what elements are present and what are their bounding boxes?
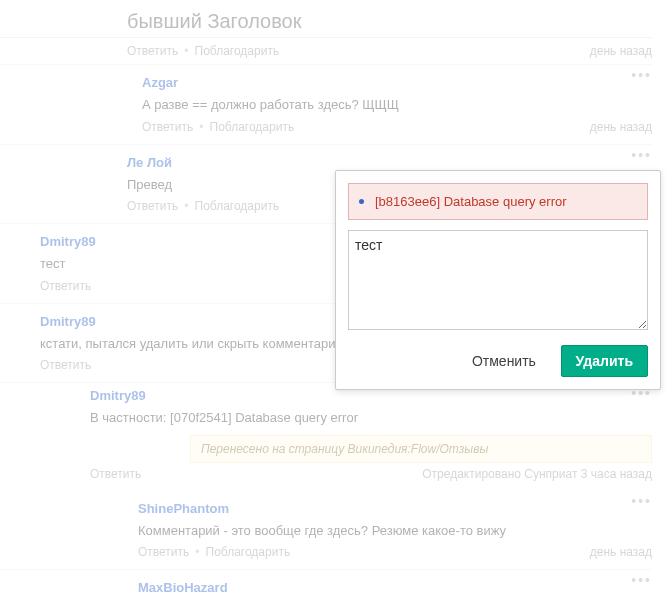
more-icon[interactable]: ••• [631,147,652,163]
timestamp: день назад [590,44,652,58]
delete-button[interactable]: Удалить [561,345,648,377]
author-link[interactable]: MaxBioHazard [138,580,652,595]
topic-title: бывший Заголовок [127,10,301,32]
separator: • [184,44,188,58]
dialog-error: [b8163ee6] Database query error [348,183,648,220]
action-bar: Ответить • Поблагодарить день назад [142,120,652,134]
reply-link[interactable]: Ответить [127,44,178,58]
edited-row: Ответить Отредактировано Сунприат 3 часа… [90,467,652,481]
post-dmitry-dberror: ••• Dmitry89 В частности: [070f2541] Dat… [0,383,652,491]
author-link[interactable]: Dmitry89 [90,388,652,403]
post-azgar: ••• Azgar А разве == должно работать зде… [0,65,652,145]
edited-info: Отредактировано Сунприат 3 часа назад [422,467,652,481]
reply-link[interactable]: Ответить [90,467,141,481]
more-icon[interactable]: ••• [631,67,652,83]
thank-link[interactable]: Поблагодарить [195,199,280,213]
author-link[interactable]: ShinePhantom [138,501,652,516]
thank-link[interactable]: Поблагодарить [195,44,280,58]
author-link[interactable]: Ле Лой [127,155,652,170]
separator: • [199,120,203,134]
more-icon[interactable]: ••• [631,572,652,588]
reply-link[interactable]: Ответить [40,279,91,293]
thank-link[interactable]: Поблагодарить [206,545,291,559]
dialog-buttons: Отменить Удалить [348,345,648,377]
author-link[interactable]: Azgar [142,75,652,90]
action-bar: Ответить • Поблагодарить день назад [127,44,652,58]
separator: • [195,545,199,559]
post-maxbiohazard: ••• MaxBioHazard Резюме - это из англови… [0,570,652,600]
moved-note: Перенесено на страницу Википедия:Flow/От… [190,435,652,463]
reply-link[interactable]: Ответить [142,120,193,134]
post-body: А разве == должно работать здесь? ЩЩЩ [142,96,652,114]
action-bar: Ответить • Поблагодарить день назад [138,545,652,559]
reply-link[interactable]: Ответить [138,545,189,559]
topic-header: бывший Заголовок [0,8,652,38]
post-body: В частности: [070f2541] Database query e… [90,409,652,427]
topic-actions-row: Ответить • Поблагодарить день назад [0,38,652,65]
post-body: Комментарий - это вообще где здесь? Резю… [138,522,652,540]
timestamp: день назад [590,545,652,559]
reply-link[interactable]: Ответить [127,199,178,213]
timestamp: день назад [590,120,652,134]
separator: • [184,199,188,213]
post-shinephantom: ••• ShinePhantom Комментарий - это вообщ… [0,491,652,571]
cancel-button[interactable]: Отменить [457,345,551,377]
thank-link[interactable]: Поблагодарить [210,120,295,134]
delete-dialog: [b8163ee6] Database query error Отменить… [335,170,661,390]
dialog-textarea[interactable] [348,230,648,330]
more-icon[interactable]: ••• [631,493,652,509]
reply-link[interactable]: Ответить [40,358,91,372]
